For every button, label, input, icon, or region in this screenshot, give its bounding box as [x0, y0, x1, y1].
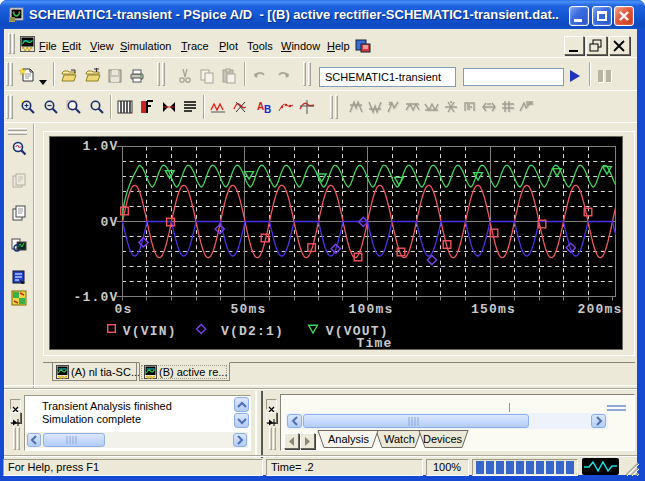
svg-text:V(D2:1): V(D2:1) [221, 324, 284, 339]
svg-text:-1.0V: -1.0V [73, 290, 118, 305]
svg-text:150ms: 150ms [471, 302, 516, 317]
svg-text:Watch: Watch [384, 433, 415, 445]
svg-text:Analysis: Analysis [328, 433, 369, 445]
svg-text:100ms: 100ms [348, 302, 393, 317]
svg-text:200ms: 200ms [577, 302, 622, 317]
svg-text:1.0V: 1.0V [82, 139, 118, 154]
svg-text:V(VIN): V(VIN) [123, 324, 177, 339]
svg-text:Time: Time [356, 336, 392, 349]
svg-text:B: B [264, 104, 271, 115]
svg-text:50ms: 50ms [230, 302, 266, 317]
svg-text:0V: 0V [100, 215, 118, 230]
svg-text:0s: 0s [114, 302, 132, 317]
svg-text:Devices: Devices [423, 433, 463, 445]
